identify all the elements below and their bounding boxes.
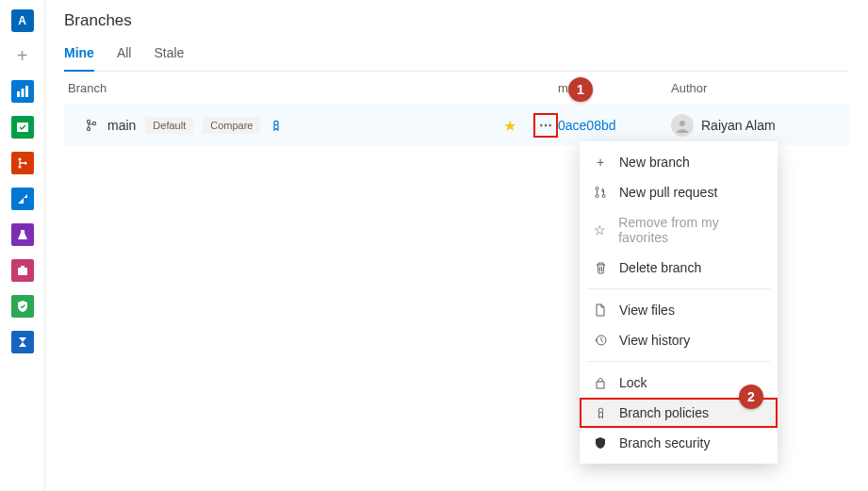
svg-rect-2: [25, 86, 28, 97]
plus-icon: +: [593, 155, 608, 170]
callout-2: 2: [739, 385, 763, 409]
column-headers: Branch mmit Author: [64, 72, 849, 106]
compare-tag: Compare: [203, 117, 260, 134]
commit-link[interactable]: 0ace08bd: [558, 118, 616, 133]
star-outline-icon: ☆: [593, 222, 607, 237]
nav-artifacts-icon[interactable]: [11, 259, 34, 282]
col-author-header: Author: [671, 81, 845, 95]
trash-icon: [593, 261, 608, 274]
badge-icon: [593, 406, 608, 419]
svg-point-4: [18, 157, 21, 160]
nav-compliance-icon[interactable]: [11, 295, 34, 318]
tabs: Mine All Stale: [64, 40, 849, 72]
menu-separator: [587, 361, 770, 362]
menu-label: New pull request: [619, 185, 717, 200]
left-nav: A +: [0, 0, 45, 491]
menu-label: View files: [619, 303, 675, 318]
svg-rect-8: [21, 266, 25, 269]
menu-label: New branch: [619, 155, 690, 170]
nav-repos-icon[interactable]: [11, 152, 34, 174]
file-icon: [593, 303, 608, 317]
history-icon: [593, 334, 608, 347]
nav-boards-icon[interactable]: [11, 116, 34, 139]
author-avatar-icon: [671, 114, 694, 137]
svg-point-9: [87, 120, 90, 123]
svg-point-14: [596, 188, 598, 190]
col-branch-header: Branch: [68, 81, 558, 95]
nav-hourglass-icon[interactable]: [11, 331, 34, 353]
branch-name[interactable]: main: [107, 118, 136, 133]
svg-rect-7: [18, 268, 27, 275]
page-title: Branches: [64, 11, 849, 30]
menu-label: Remove from my favorites: [618, 215, 764, 245]
svg-rect-0: [17, 91, 20, 97]
menu-label: Branch policies: [619, 405, 709, 420]
svg-point-15: [596, 195, 598, 198]
menu-delete-branch[interactable]: Delete branch: [580, 253, 778, 283]
menu-new-branch[interactable]: + New branch: [580, 147, 778, 177]
branch-row[interactable]: main Default Compare ★ ⋯ 0ace08bd Raiyan…: [64, 106, 849, 145]
menu-view-history[interactable]: View history: [580, 325, 778, 355]
tab-all[interactable]: All: [117, 40, 132, 71]
menu-view-files[interactable]: View files: [580, 295, 778, 325]
branch-context-menu: + New branch New pull request ☆ Remove f…: [580, 141, 778, 464]
svg-point-11: [92, 122, 95, 124]
svg-point-16: [602, 195, 605, 198]
svg-rect-18: [597, 382, 604, 388]
svg-point-6: [24, 161, 26, 164]
callout-1: 1: [568, 77, 593, 102]
more-options-button[interactable]: ⋯: [533, 113, 558, 138]
svg-rect-1: [21, 89, 24, 97]
lock-icon: [593, 376, 608, 389]
menu-branch-security[interactable]: Branch security: [580, 428, 778, 458]
menu-label: Delete branch: [619, 260, 701, 275]
main-content: Branches Mine All Stale Branch mmit Auth…: [45, 0, 868, 491]
author-name: Raiyan Alam: [701, 118, 776, 133]
menu-separator: [587, 288, 770, 289]
favorite-star-icon[interactable]: ★: [503, 117, 516, 135]
tab-mine[interactable]: Mine: [64, 40, 94, 72]
policy-badge-icon: [270, 119, 283, 132]
menu-label: Lock: [619, 375, 647, 390]
nav-pipelines-icon[interactable]: [11, 188, 34, 210]
branch-icon: [85, 119, 98, 132]
menu-new-pull-request[interactable]: New pull request: [580, 177, 778, 207]
default-tag: Default: [145, 117, 193, 134]
nav-overview-icon[interactable]: [11, 80, 34, 103]
menu-remove-favorite: ☆ Remove from my favorites: [580, 207, 778, 253]
shield-icon: [593, 436, 608, 450]
svg-point-5: [18, 165, 21, 168]
pull-request-icon: [593, 186, 608, 199]
svg-point-10: [87, 127, 90, 130]
svg-point-19: [598, 408, 603, 413]
menu-label: Branch security: [619, 435, 710, 450]
svg-point-13: [680, 121, 685, 126]
nav-testplans-icon[interactable]: [11, 223, 34, 246]
tab-stale[interactable]: Stale: [154, 40, 184, 71]
svg-point-12: [274, 121, 278, 124]
project-badge[interactable]: A: [11, 9, 34, 32]
add-icon[interactable]: +: [17, 45, 28, 67]
menu-label: View history: [619, 333, 690, 348]
